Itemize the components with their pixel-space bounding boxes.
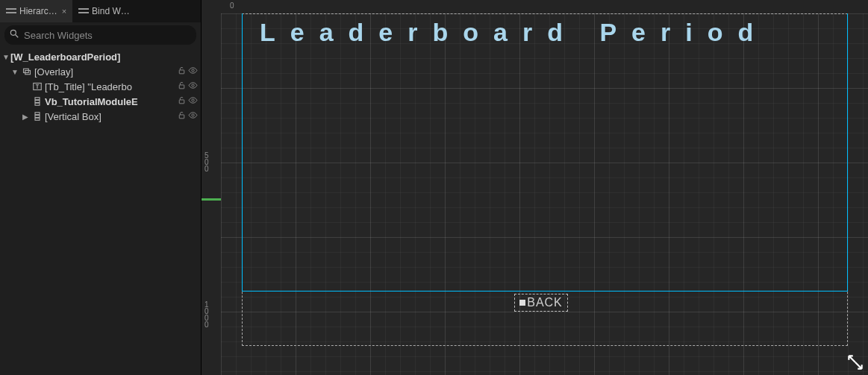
svg-rect-12 (179, 100, 184, 104)
unlock-icon[interactable] (177, 81, 187, 92)
widget-title-text: Leaderboard Period (260, 18, 768, 47)
vertical-box-icon (32, 112, 43, 121)
ruler-tick: 1000 (204, 301, 209, 328)
tab-bind-widgets[interactable]: Bind W… (72, 0, 136, 22)
designer-canvas[interactable]: Leaderboard Period BACK (221, 13, 868, 375)
ruler-tick: 500 (204, 152, 209, 172)
back-button-label: BACK (527, 296, 563, 309)
designer-viewport: 0 500 1000 Leaderboard Period BACK (202, 0, 868, 375)
hierarchy-panel: Hierarc… × Bind W… ▼ [W_LeaderboardPerio… (0, 0, 202, 375)
hierarchy-tree: ▼ [W_LeaderboardPeriod] ▼ [Overlay] (0, 48, 201, 375)
svg-rect-11 (35, 103, 40, 105)
chevron-down-icon[interactable]: ▼ (10, 68, 19, 76)
eye-icon[interactable] (188, 81, 198, 92)
overlay-icon (22, 67, 32, 76)
tree-label-vertical-box: [Vertical Box] (45, 111, 102, 122)
ruler-horizontal: 0 (221, 0, 868, 13)
list-icon (6, 7, 16, 15)
row-actions (177, 110, 198, 122)
tab-hierarchy[interactable]: Hierarc… × (0, 0, 72, 22)
ruler-marker (202, 198, 221, 201)
tree-row-tb-title[interactable]: ▼ [Tb_Title] "Leaderbo (0, 79, 201, 94)
svg-point-18 (192, 114, 194, 116)
svg-rect-14 (35, 113, 40, 115)
svg-rect-17 (179, 115, 184, 119)
search-input[interactable] (19, 30, 192, 41)
svg-point-5 (192, 69, 194, 72)
text-icon (32, 82, 43, 91)
svg-line-1 (16, 35, 19, 38)
tab-hierarchy-label: Hierarc… (19, 6, 57, 16)
unlock-icon[interactable] (177, 110, 187, 122)
search-icon (9, 28, 19, 42)
eye-icon[interactable] (188, 95, 198, 107)
tree-row-vertical-box[interactable]: ▶ [Vertical Box] (0, 109, 201, 124)
svg-rect-16 (35, 118, 40, 120)
ruler-vertical: 500 1000 (202, 13, 221, 375)
svg-rect-4 (179, 70, 184, 74)
tab-bind-label: Bind W… (92, 6, 130, 16)
tree-label-tb-title: [Tb_Title] "Leaderbo (45, 81, 132, 92)
panel-tabs: Hierarc… × Bind W… (0, 0, 201, 22)
row-actions (177, 95, 198, 107)
tree-label-root: [W_LeaderboardPeriod] (10, 51, 120, 63)
chevron-right-icon[interactable]: ▶ (21, 113, 30, 121)
unlock-icon[interactable] (177, 66, 187, 78)
row-actions (177, 81, 198, 92)
tree-label-vb-tutorial: Vb_TutorialModuleE (45, 96, 138, 107)
app-root: Hierarc… × Bind W… ▼ [W_LeaderboardPerio… (0, 0, 868, 375)
svg-rect-15 (35, 116, 40, 118)
unlock-icon[interactable] (177, 95, 187, 107)
svg-rect-10 (35, 101, 40, 103)
tree-row-vb-tutorial[interactable]: ▼ Vb_TutorialModuleE (0, 94, 201, 109)
back-button[interactable]: BACK (514, 294, 568, 312)
tree-row-overlay[interactable]: ▼ [Overlay] (0, 64, 201, 79)
row-actions (177, 66, 198, 78)
svg-rect-9 (35, 98, 40, 100)
list-icon (78, 7, 89, 15)
eye-icon[interactable] (188, 110, 198, 122)
svg-point-13 (192, 99, 194, 101)
ruler-tick: 0 (230, 1, 234, 10)
tree-row-root[interactable]: ▼ [W_LeaderboardPeriod] (0, 49, 201, 64)
tree-label-overlay: [Overlay] (34, 66, 73, 78)
svg-point-0 (10, 30, 16, 35)
selection-rect[interactable] (242, 13, 848, 292)
chevron-down-icon[interactable]: ▼ (1, 53, 10, 61)
svg-rect-7 (179, 85, 184, 89)
eye-icon[interactable] (188, 66, 198, 78)
back-glyph-icon (519, 300, 525, 306)
search-row (4, 25, 196, 45)
svg-point-8 (192, 84, 194, 86)
resize-handle-icon[interactable] (846, 353, 865, 372)
close-icon[interactable]: × (62, 7, 66, 16)
vertical-box-icon (32, 97, 43, 106)
